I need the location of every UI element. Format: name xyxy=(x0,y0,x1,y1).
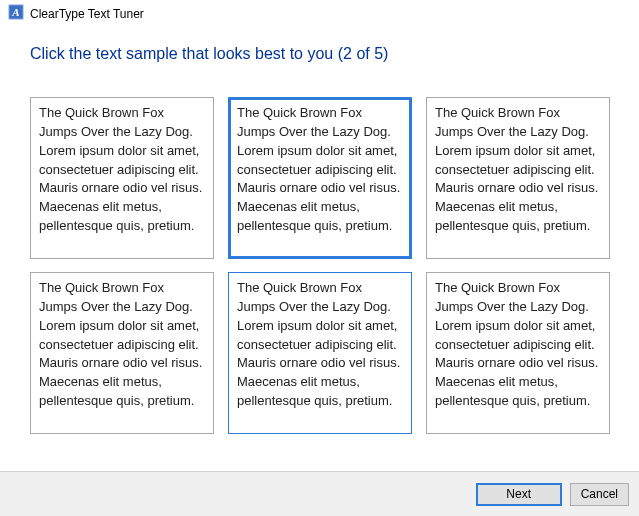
text-sample-3[interactable]: The Quick Brown Fox Jumps Over the Lazy … xyxy=(426,97,610,259)
svg-text:A: A xyxy=(11,6,19,18)
sample-grid: The Quick Brown Fox Jumps Over the Lazy … xyxy=(0,63,639,434)
text-sample-4[interactable]: The Quick Brown Fox Jumps Over the Lazy … xyxy=(30,272,214,434)
window-title: ClearType Text Tuner xyxy=(30,7,144,21)
next-button[interactable]: Next xyxy=(476,483,562,506)
text-sample-6[interactable]: The Quick Brown Fox Jumps Over the Lazy … xyxy=(426,272,610,434)
cancel-button[interactable]: Cancel xyxy=(570,483,629,506)
instruction-text: Click the text sample that looks best to… xyxy=(0,25,639,63)
footer-bar: Next Cancel xyxy=(0,471,639,516)
titlebar: A ClearType Text Tuner xyxy=(0,0,639,25)
app-icon: A xyxy=(8,4,24,23)
text-sample-2[interactable]: The Quick Brown Fox Jumps Over the Lazy … xyxy=(228,97,412,259)
text-sample-5[interactable]: The Quick Brown Fox Jumps Over the Lazy … xyxy=(228,272,412,434)
text-sample-1[interactable]: The Quick Brown Fox Jumps Over the Lazy … xyxy=(30,97,214,259)
